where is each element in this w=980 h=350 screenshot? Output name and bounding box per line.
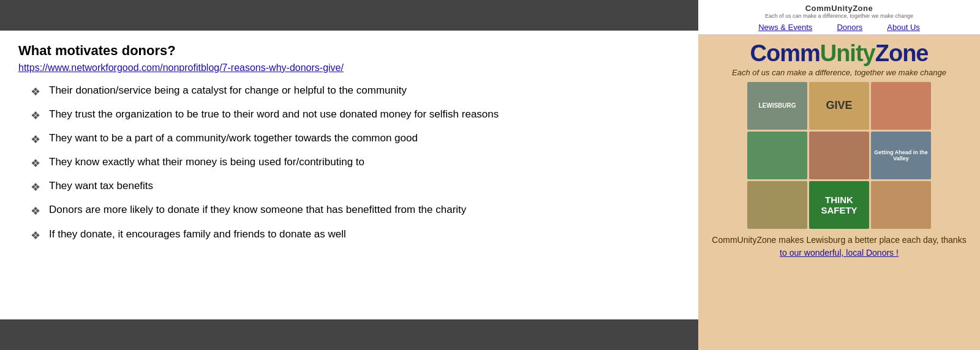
source-link[interactable]: https://www.networkforgood.com/nonprofit… xyxy=(18,62,680,73)
right-top-nav: CommUnityZone Each of us can make a diff… xyxy=(698,0,980,35)
bullet-text: Their donation/service being a catalyst … xyxy=(49,83,407,99)
right-brand-section: CommUnityZone Each of us can make a diff… xyxy=(698,35,980,263)
photo-cell-getting-ahead: Getting Ahead in the Valley xyxy=(871,132,931,179)
photo-cell-healthy-soil xyxy=(747,181,807,229)
main-heading: What motivates donors? xyxy=(18,43,680,59)
brand-unity: Unity xyxy=(820,40,875,66)
photo-cell-group-photo xyxy=(809,132,869,179)
right-caption: CommUnityZone makes Lewisburg a better p… xyxy=(706,234,972,259)
bottom-bar xyxy=(0,319,698,350)
list-item: ❖Their donation/service being a catalyst… xyxy=(31,83,680,100)
brand-title: CommUnityZone xyxy=(750,41,928,67)
list-item: ❖Donors are more likely to donate if the… xyxy=(31,203,680,219)
diamond-icon: ❖ xyxy=(31,132,40,147)
bullet-list: ❖Their donation/service being a catalyst… xyxy=(18,83,680,244)
diamond-icon: ❖ xyxy=(31,203,40,219)
bullet-text: If they donate, it encourages family and… xyxy=(49,227,346,242)
photo-grid: LEWISBURGGIVEGetting Ahead in the Valley… xyxy=(747,82,931,229)
diamond-icon: ❖ xyxy=(31,84,40,100)
brand-tagline: Each of us can make a difference, togeth… xyxy=(732,68,946,77)
bullet-text: Donors are more likely to donate if they… xyxy=(49,203,466,218)
content-area: What motivates donors? https://www.netwo… xyxy=(0,31,698,319)
list-item: ❖They want to be a part of a community/w… xyxy=(31,131,680,147)
caption-link[interactable]: to our wonderful, local Donors ! xyxy=(780,248,899,258)
photo-cell-lewisburg: LEWISBURG xyxy=(747,82,807,130)
bullet-text: They want to be a part of a community/wo… xyxy=(49,131,418,146)
photo-cell-kids-crafts xyxy=(871,82,931,130)
right-panel: CommUnityZone Each of us can make a diff… xyxy=(698,0,980,350)
list-item: ❖They know exactly what their money is b… xyxy=(31,155,680,171)
list-item: ❖They trust the organization to be true … xyxy=(31,107,680,124)
photo-cell-give-jar: GIVE xyxy=(809,82,869,130)
list-item: ❖They want tax benefits xyxy=(31,179,680,195)
photo-cell-think-safety: THINK SAFETY xyxy=(809,181,869,229)
photo-cell-donor-figure xyxy=(747,132,807,179)
right-logo-area: CommUnityZone Each of us can make a diff… xyxy=(765,2,913,20)
top-bar xyxy=(0,0,698,31)
brand-title-zone: Zone xyxy=(875,40,929,66)
photo-cell-kids-group xyxy=(871,181,931,229)
left-panel: What motivates donors? https://www.netwo… xyxy=(0,0,698,350)
bullet-text: They trust the organization to be true t… xyxy=(49,107,499,122)
right-logo-sub: Each of us can make a difference, togeth… xyxy=(765,13,913,19)
diamond-icon: ❖ xyxy=(31,228,40,244)
brand-title-comm: Comm xyxy=(750,40,820,66)
nav-links: News & Events Donors About Us xyxy=(758,20,920,34)
nav-donors[interactable]: Donors xyxy=(837,23,862,32)
diamond-icon: ❖ xyxy=(31,155,40,171)
nav-news-events[interactable]: News & Events xyxy=(758,23,812,32)
diamond-icon: ❖ xyxy=(31,108,40,124)
nav-about-us[interactable]: About Us xyxy=(887,23,919,32)
list-item: ❖If they donate, it encourages family an… xyxy=(31,227,680,244)
bullet-text: They want tax benefits xyxy=(49,179,153,194)
bullet-text: They know exactly what their money is be… xyxy=(49,155,364,170)
diamond-icon: ❖ xyxy=(31,179,40,195)
right-logo-text: CommUnityZone xyxy=(805,4,873,13)
caption-text: CommUnityZone makes Lewisburg a better p… xyxy=(712,235,966,245)
